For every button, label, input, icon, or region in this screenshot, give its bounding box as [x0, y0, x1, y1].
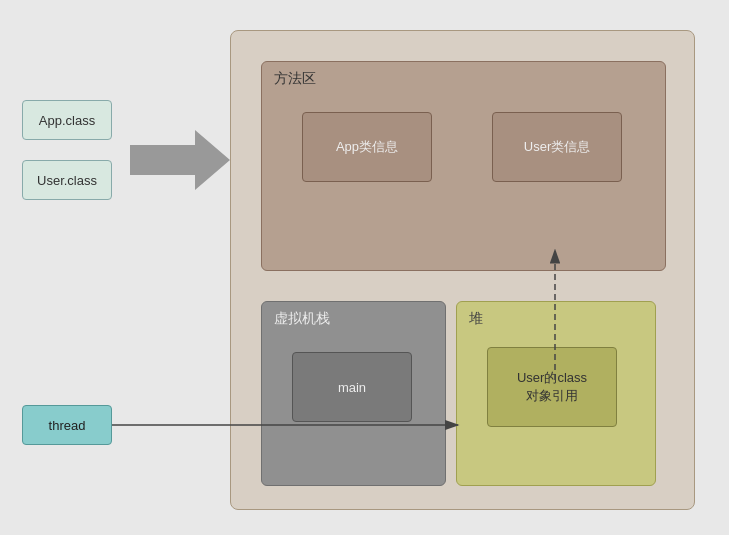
- main-box: main: [292, 352, 412, 422]
- app-class-label: App.class: [39, 113, 95, 128]
- user-class-info-label: User类信息: [524, 138, 590, 156]
- thread-box: thread: [22, 405, 112, 445]
- thread-label: thread: [49, 418, 86, 433]
- big-arrow: [130, 130, 230, 190]
- left-classes: App.class User.class: [22, 100, 112, 200]
- jvm-area: 方法区 App类信息 User类信息 虚拟机栈 main 堆 User的clas…: [230, 30, 695, 510]
- diagram: 方法区 App类信息 User类信息 虚拟机栈 main 堆 User的clas…: [0, 0, 729, 535]
- user-class-box: User.class: [22, 160, 112, 200]
- method-area-label: 方法区: [274, 70, 316, 88]
- vm-stack-label: 虚拟机栈: [274, 310, 330, 328]
- user-obj-label: User的class对象引用: [517, 369, 587, 405]
- app-class-info-box: App类信息: [302, 112, 432, 182]
- user-obj-box: User的class对象引用: [487, 347, 617, 427]
- method-area: 方法区 App类信息 User类信息: [261, 61, 666, 271]
- heap-area: 堆 User的class对象引用: [456, 301, 656, 486]
- heap-label: 堆: [469, 310, 483, 328]
- app-class-box: App.class: [22, 100, 112, 140]
- app-class-info-label: App类信息: [336, 138, 398, 156]
- main-label: main: [338, 380, 366, 395]
- vm-stack: 虚拟机栈 main: [261, 301, 446, 486]
- bottom-section: 虚拟机栈 main 堆 User的class对象引用: [261, 301, 666, 486]
- user-class-info-box: User类信息: [492, 112, 622, 182]
- user-class-label: User.class: [37, 173, 97, 188]
